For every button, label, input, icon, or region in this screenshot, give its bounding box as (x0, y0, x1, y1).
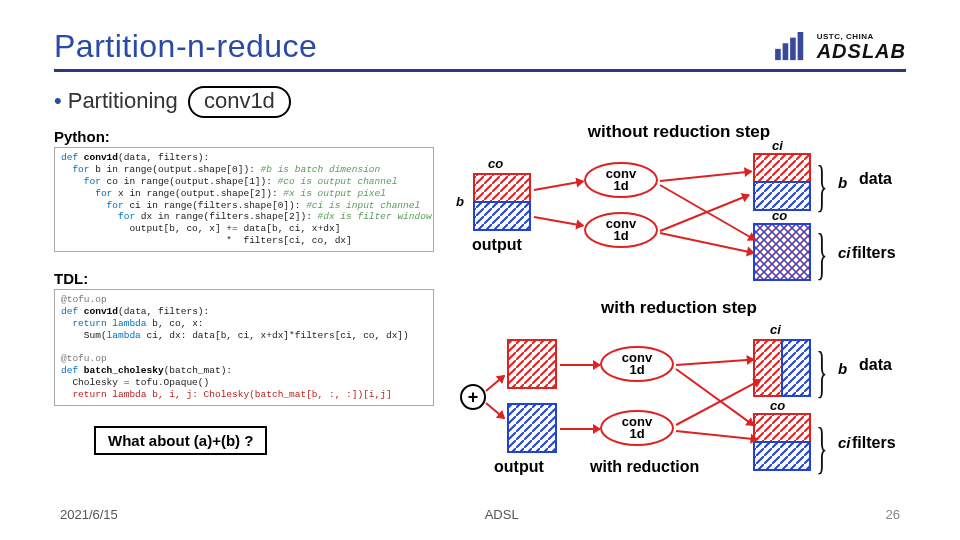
caption-with: with reduction step (444, 298, 914, 318)
conv-node-2a: conv1d (600, 346, 674, 382)
svg-rect-10 (508, 404, 556, 452)
lab-data: data (859, 170, 892, 188)
lab2-ci2: ci (838, 434, 851, 451)
conv-node-top: conv1d (584, 162, 658, 198)
lab-ci: ci (838, 244, 851, 261)
plus-node: + (460, 384, 486, 410)
lab-ci2: ci (772, 138, 783, 153)
svg-rect-6 (754, 154, 810, 182)
svg-rect-5 (474, 202, 530, 230)
lab-output: output (472, 236, 522, 254)
lab2-data: data (859, 356, 892, 374)
svg-rect-14 (754, 442, 810, 470)
lab2-co: co (770, 398, 785, 413)
lab2-ci: ci (770, 322, 781, 337)
logo-main: ADSLAB (817, 41, 906, 61)
diagram-without: conv1d conv1d co b } } b ci ci co output… (444, 144, 914, 294)
svg-rect-13 (754, 414, 810, 442)
footer-page: 26 (886, 507, 900, 522)
lab2-filters: filters (852, 434, 896, 452)
right-column: without reduction step conv1d conv1d (444, 122, 914, 490)
svg-rect-9 (508, 340, 556, 388)
conv-node-2b: conv1d (600, 410, 674, 446)
tdl-label: TDL: (54, 270, 434, 287)
logo: USTC, CHINA ADSLAB (773, 32, 906, 62)
building-icon (773, 32, 811, 62)
bullet-line: •Partitioning conv1d (54, 86, 906, 118)
lab-b2: b (838, 174, 847, 191)
lab-filters: filters (852, 244, 896, 262)
conv-node-bot: conv1d (584, 212, 658, 248)
bullet-text: Partitioning (68, 88, 178, 113)
lab2-withred: with reduction (590, 458, 699, 476)
svg-rect-12 (782, 340, 810, 396)
lab-co: co (488, 156, 503, 171)
footer-center: ADSL (485, 507, 519, 522)
svg-rect-7 (754, 182, 810, 210)
svg-rect-3 (797, 32, 803, 60)
svg-rect-2 (790, 37, 796, 60)
lab2-b: b (838, 360, 847, 377)
lab2-output: output (494, 458, 544, 476)
tdl-code: @tofu.op def conv1d(data, filters): retu… (54, 289, 434, 406)
left-column: Python: def conv1d(data, filters): for b… (54, 122, 434, 490)
footer-date: 2021/6/15 (60, 507, 118, 522)
footer: 2021/6/15 ADSL 26 (60, 507, 900, 522)
svg-rect-0 (775, 48, 781, 59)
slide-title: Partition-n-reduce (54, 28, 317, 65)
caption-without: without reduction step (444, 122, 914, 142)
svg-rect-4 (474, 174, 530, 202)
title-row: Partition-n-reduce USTC, CHINA ADSLAB (54, 28, 906, 72)
svg-rect-11 (754, 340, 782, 396)
question-box: What about (a)+(b) ? (94, 426, 267, 455)
lab-co2: co (772, 208, 787, 223)
ring-word: conv1d (188, 86, 291, 118)
python-label: Python: (54, 128, 434, 145)
diagram-with: + conv1d conv1d ci co } } b ci output wi… (444, 320, 914, 490)
svg-rect-8 (754, 224, 810, 280)
lab-b: b (456, 194, 464, 209)
svg-rect-1 (782, 43, 788, 60)
python-code: def conv1d(data, filters): for b in rang… (54, 147, 434, 252)
